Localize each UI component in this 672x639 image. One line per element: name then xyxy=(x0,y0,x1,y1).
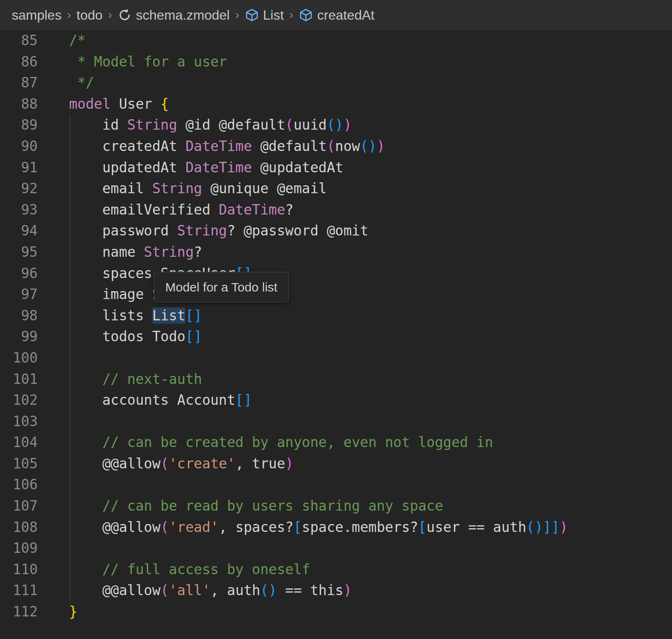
line-number[interactable]: 88 xyxy=(0,94,38,115)
line-number[interactable]: 97 xyxy=(0,284,38,305)
code-token: ) xyxy=(344,582,352,598)
code-line-row: 89 id String @id @default(uuid()) xyxy=(0,115,672,136)
line-number[interactable]: 87 xyxy=(0,72,38,94)
highlighted-word: List xyxy=(152,307,185,324)
code-line[interactable]: @@allow('create', true) xyxy=(69,453,293,475)
code-line[interactable]: // can be read by users sharing any spac… xyxy=(69,496,443,517)
code-line[interactable]: @@allow('read', spaces?[space.members?[u… xyxy=(69,517,568,538)
code-token: now xyxy=(335,138,360,154)
code-line[interactable]: password String? @password @omit xyxy=(69,220,368,242)
code-token: () xyxy=(526,519,543,535)
code-token: emailVerified xyxy=(69,202,219,218)
code-line-row: 93 emailVerified DateTime? xyxy=(0,199,672,221)
code-token: () xyxy=(260,582,277,598)
code-token: ) xyxy=(344,117,352,133)
code-line[interactable]: * Model for a user xyxy=(69,51,227,73)
code-line[interactable]: accounts Account[] xyxy=(69,390,252,411)
editor[interactable]: 85/*86 * Model for a user87 */88model Us… xyxy=(0,30,672,623)
code-line[interactable]: email String @unique @email xyxy=(69,178,327,199)
line-number[interactable]: 90 xyxy=(0,136,38,157)
breadcrumb-separator: › xyxy=(289,8,293,22)
code-token: user == auth xyxy=(426,519,526,535)
breadcrumb-item-schema-zmodel[interactable]: schema.zmodel xyxy=(118,8,230,23)
code-token: space.members? xyxy=(302,519,418,535)
code-line[interactable]: todos Todo[] xyxy=(69,326,202,348)
code-line[interactable]: createdAt DateTime @default(now()) xyxy=(69,136,385,157)
line-number[interactable]: 109 xyxy=(0,538,38,559)
code-token: @default xyxy=(252,138,327,154)
line-number[interactable]: 93 xyxy=(0,199,38,221)
code-token: ) xyxy=(377,138,385,154)
line-number[interactable]: 100 xyxy=(0,348,38,369)
line-number[interactable]: 94 xyxy=(0,220,38,242)
code-token: [] xyxy=(185,328,202,345)
code-line[interactable]: } xyxy=(69,601,77,623)
code-token: } xyxy=(69,603,77,620)
code-line[interactable]: id String @id @default(uuid()) xyxy=(69,115,352,136)
code-token: // can be read by users sharing any spac… xyxy=(69,498,443,514)
hover-tooltip: Model for a Todo list xyxy=(154,272,289,302)
code-line-row: 94 password String? @password @omit xyxy=(0,220,672,242)
line-number[interactable]: 98 xyxy=(0,305,38,327)
code-line[interactable]: // full access by oneself xyxy=(69,559,310,580)
line-number[interactable]: 99 xyxy=(0,326,38,348)
line-number[interactable]: 85 xyxy=(0,30,38,51)
code-line[interactable]: emailVerified DateTime? xyxy=(69,199,293,221)
code-token: email xyxy=(69,180,152,197)
breadcrumb-item-todo[interactable]: todo xyxy=(77,8,103,23)
code-token: String xyxy=(152,180,202,197)
line-number[interactable]: 108 xyxy=(0,517,38,538)
code-line[interactable]: // next-auth xyxy=(69,369,202,390)
breadcrumb-separator: › xyxy=(235,8,239,22)
code-token: [ xyxy=(418,519,426,535)
breadcrumb-item-createdat[interactable]: createdAt xyxy=(299,8,374,23)
code-line-row: 99 todos Todo[] xyxy=(0,326,672,348)
breadcrumb-item-list[interactable]: List xyxy=(245,8,284,23)
code-line[interactable]: */ xyxy=(69,72,94,94)
code-line-row: 102 accounts Account[] xyxy=(0,390,672,411)
code-line[interactable]: // can be created by anyone, even not lo… xyxy=(69,432,493,453)
line-number[interactable]: 112 xyxy=(0,601,38,623)
code-token: lists xyxy=(69,307,152,324)
code-token: * Model for a user xyxy=(69,54,227,70)
line-number[interactable]: 91 xyxy=(0,157,38,179)
line-number[interactable]: 95 xyxy=(0,242,38,263)
code-lines: 85/*86 * Model for a user87 */88model Us… xyxy=(0,30,672,623)
code-token: Account xyxy=(177,392,235,408)
line-number[interactable]: 103 xyxy=(0,411,38,432)
code-token: spaces xyxy=(69,265,161,281)
line-number[interactable]: 110 xyxy=(0,559,38,580)
code-line-row: 106 xyxy=(0,474,672,496)
indent-guide xyxy=(69,115,70,601)
code-line[interactable]: updatedAt DateTime @updatedAt xyxy=(69,157,344,179)
line-number[interactable]: 106 xyxy=(0,474,38,496)
line-number[interactable]: 92 xyxy=(0,178,38,199)
breadcrumb-item-samples[interactable]: samples xyxy=(12,8,62,23)
line-number[interactable]: 105 xyxy=(0,453,38,475)
code-token: // next-auth xyxy=(69,371,202,387)
code-token: Todo xyxy=(152,328,185,345)
code-token: == this xyxy=(277,582,344,598)
code-line[interactable]: /* xyxy=(69,30,86,51)
code-token: ) xyxy=(559,519,568,535)
code-line[interactable]: lists List[] xyxy=(69,305,202,327)
code-line-row: 109 xyxy=(0,538,672,559)
code-line-row: 108 @@allow('read', spaces?[space.member… xyxy=(0,517,672,538)
code-line-row: 105 @@allow('create', true) xyxy=(0,453,672,475)
line-number[interactable]: 107 xyxy=(0,496,38,517)
line-number[interactable]: 89 xyxy=(0,115,38,136)
code-line[interactable]: model User { xyxy=(69,94,169,115)
line-number[interactable]: 111 xyxy=(0,580,38,601)
line-number[interactable]: 96 xyxy=(0,263,38,284)
line-number[interactable]: 86 xyxy=(0,51,38,73)
code-line[interactable]: name String? xyxy=(69,242,202,263)
sync-icon xyxy=(118,8,132,22)
code-token: /* xyxy=(69,32,86,49)
line-number[interactable]: 102 xyxy=(0,390,38,411)
breadcrumb: samples›todo›schema.zmodel›List›createdA… xyxy=(0,0,672,30)
code-token: ]] xyxy=(543,519,560,535)
line-number[interactable]: 104 xyxy=(0,432,38,453)
code-line-row: 95 name String? xyxy=(0,242,672,263)
code-line[interactable]: @@allow('all', auth() == this) xyxy=(69,580,352,601)
line-number[interactable]: 101 xyxy=(0,369,38,390)
